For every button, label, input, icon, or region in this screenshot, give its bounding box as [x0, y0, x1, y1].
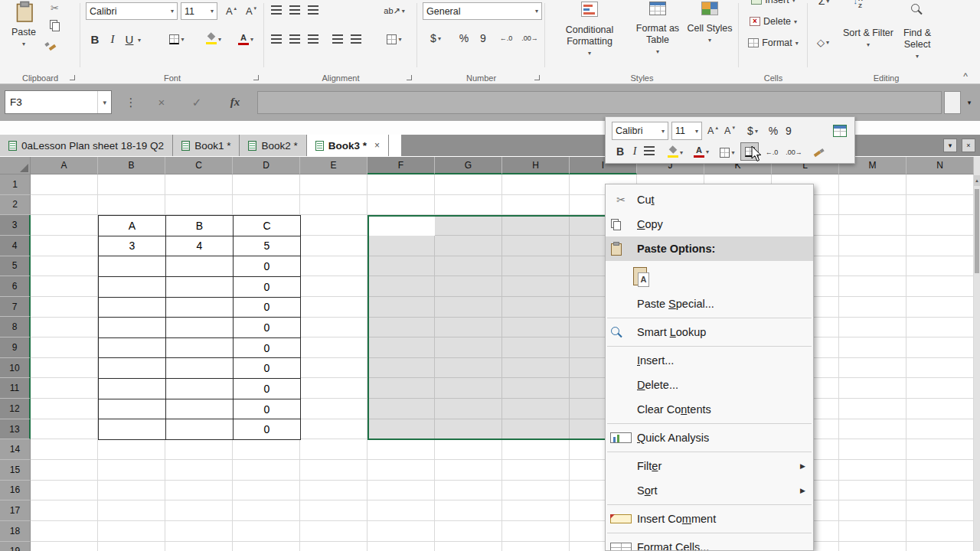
table-cell[interactable]	[99, 277, 166, 298]
align-middle-icon[interactable]	[289, 5, 300, 15]
menu-item-insert[interactable]: Insert...	[606, 348, 813, 373]
decrease-decimal-button[interactable]: .00→	[519, 31, 541, 46]
table-cell[interactable]	[99, 256, 166, 277]
row-header-4[interactable]: 4	[0, 236, 31, 256]
table-cell[interactable]	[166, 358, 234, 379]
selection-range[interactable]	[368, 215, 637, 440]
row-header-11[interactable]: 11	[0, 378, 31, 399]
insert-function-button[interactable]: fx	[225, 90, 245, 114]
table-cell[interactable]: 4	[166, 236, 234, 257]
menu-item-delete[interactable]: Delete...	[606, 373, 813, 397]
clear-button[interactable]: ◇ ▾	[809, 34, 837, 51]
menu-item-insert-comment[interactable]: Insert Comment	[606, 507, 813, 531]
name-box[interactable]: F3 ▾	[5, 90, 112, 114]
mini-accounting-button[interactable]: $ ▾	[742, 122, 763, 140]
row-header-3[interactable]: 3	[0, 215, 31, 236]
increase-indent-icon[interactable]	[351, 34, 361, 44]
table-cell[interactable]	[99, 419, 166, 440]
table-cell[interactable]: 0	[234, 256, 301, 277]
spreadsheet-grid[interactable]: ABC345000000000	[31, 174, 974, 551]
cut-icon[interactable]: ✂	[51, 3, 59, 13]
cell-styles-button[interactable]: Cell Styles ▾	[686, 2, 733, 46]
select-all-corner[interactable]	[0, 157, 31, 174]
column-header-C[interactable]: C	[165, 157, 233, 174]
merge-center-button[interactable]: ▾	[379, 31, 410, 47]
row-header-14[interactable]: 14	[0, 439, 31, 460]
row-header-15[interactable]: 15	[0, 460, 31, 481]
mini-shrink-font-button[interactable]: A▾	[722, 122, 737, 140]
table-cell[interactable]: 0	[234, 318, 301, 338]
row-header-13[interactable]: 13	[0, 419, 31, 440]
mini-decrease-decimal-button[interactable]: .00→	[783, 145, 805, 160]
formula-input[interactable]	[257, 91, 942, 114]
collapse-ribbon-icon[interactable]: ^	[963, 71, 968, 82]
mini-italic-button[interactable]: I	[629, 143, 641, 160]
table-cell[interactable]: 0	[234, 358, 301, 379]
format-as-table-button[interactable]: Format as Table ▾	[632, 2, 683, 57]
align-top-icon[interactable]	[271, 5, 282, 15]
table-cell[interactable]	[166, 338, 234, 359]
enter-check-icon[interactable]: ✓	[187, 90, 207, 114]
bold-button[interactable]: B	[87, 29, 103, 49]
align-left-icon[interactable]	[271, 34, 282, 44]
menu-item-paste-options[interactable]: Paste Options:	[606, 236, 813, 261]
table-cell[interactable]: 3	[99, 236, 166, 257]
autosum-button[interactable]: Σ ▾	[812, 0, 835, 9]
find-select-button[interactable]: Find & Select ▾	[893, 28, 941, 62]
table-cell[interactable]: B	[166, 216, 234, 236]
table-cell[interactable]: 0	[234, 338, 301, 359]
mini-bold-button[interactable]: B	[613, 143, 627, 160]
shrink-font-button[interactable]: A▾	[242, 2, 260, 20]
table-cell[interactable]: A	[99, 216, 166, 236]
column-header-F[interactable]: F	[368, 157, 435, 174]
insert-cells-button[interactable]: Insert ▾	[742, 0, 805, 9]
align-bottom-icon[interactable]	[308, 5, 318, 15]
paste-option-keep-formatting[interactable]	[606, 261, 813, 292]
row-header-2[interactable]: 2	[0, 195, 31, 216]
scroll-up-icon[interactable]: ▲	[974, 175, 980, 186]
chevron-down-icon[interactable]: ▾	[138, 37, 141, 44]
close-tab-icon[interactable]: ×	[374, 140, 380, 151]
table-cell[interactable]: 0	[234, 379, 301, 399]
align-center-icon[interactable]	[289, 34, 300, 44]
table-cell[interactable]	[166, 399, 234, 420]
mini-format-painter-button[interactable]	[811, 145, 826, 160]
mini-center-button[interactable]	[644, 146, 655, 155]
row-header-7[interactable]: 7	[0, 297, 31, 318]
orientation-button[interactable]: ab↗ ▾	[379, 2, 410, 19]
column-header-B[interactable]: B	[98, 157, 165, 174]
percent-style-button[interactable]: %	[456, 29, 472, 47]
mini-font-color-button[interactable]: ▾	[690, 143, 713, 160]
row-header-6[interactable]: 6	[0, 276, 31, 297]
workbook-tab[interactable]: Book2 *	[240, 135, 306, 156]
row-header-18[interactable]: 18	[0, 521, 31, 542]
active-cell-F3[interactable]	[369, 217, 435, 236]
table-cell[interactable]	[166, 256, 234, 277]
alignment-dialog-launcher[interactable]	[407, 75, 412, 80]
row-header-12[interactable]: 12	[0, 399, 31, 419]
underline-button[interactable]: U	[122, 29, 136, 49]
table-cell[interactable]	[99, 379, 166, 399]
workbook-tab[interactable]: Book3 *×	[307, 135, 389, 156]
menu-item-format-cells[interactable]: Format Cells...	[606, 535, 813, 551]
name-box-resize-handle[interactable]: ⋮	[121, 90, 141, 114]
scrollbar-thumb[interactable]	[975, 189, 979, 273]
font-color-button[interactable]: ▾	[233, 31, 259, 47]
menu-item-filter[interactable]: Filter▶	[606, 454, 813, 478]
clipboard-dialog-launcher[interactable]	[70, 75, 75, 80]
row-header-9[interactable]: 9	[0, 337, 31, 358]
number-format-combo[interactable]: General ▾	[423, 2, 542, 20]
mini-percent-button[interactable]: %	[766, 122, 780, 140]
italic-button[interactable]: I	[106, 29, 119, 49]
table-cell[interactable]	[99, 338, 166, 359]
workbook-tab[interactable]: Book1 *	[173, 135, 240, 156]
table-cell[interactable]	[99, 318, 166, 338]
table-cell[interactable]	[166, 318, 234, 338]
table-cell[interactable]: 0	[234, 419, 301, 440]
column-header-E[interactable]: E	[300, 157, 368, 174]
font-size-combo[interactable]: 11 ▾	[181, 2, 217, 20]
table-cell[interactable]	[99, 298, 166, 318]
number-dialog-launcher[interactable]	[534, 75, 540, 80]
accounting-format-button[interactable]: $ ▾	[424, 29, 447, 47]
decrease-indent-icon[interactable]	[332, 34, 343, 44]
